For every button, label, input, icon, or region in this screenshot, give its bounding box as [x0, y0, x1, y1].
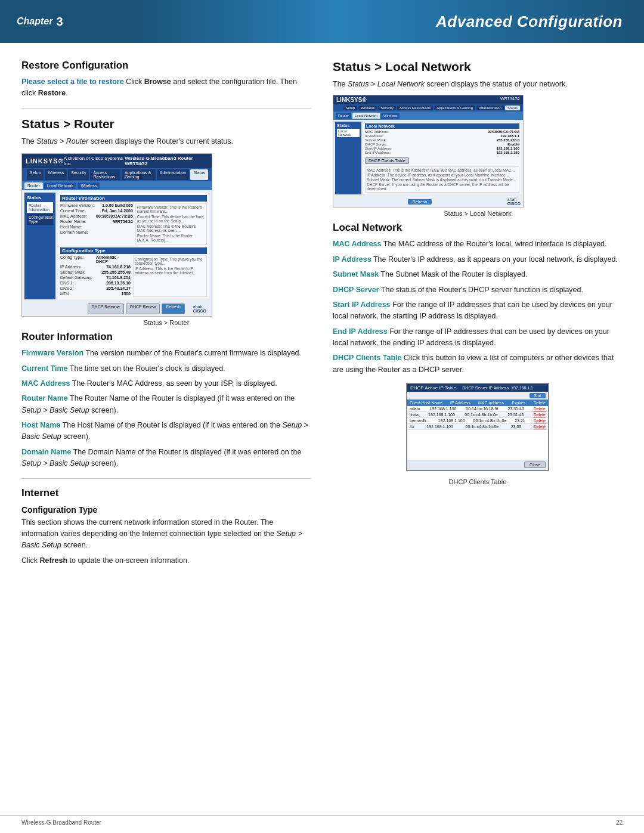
router-screenshot: LINKSYS® A Division of Cisco Systems, In…: [21, 153, 212, 317]
local-model: WRT54G2: [500, 97, 520, 103]
local-screenshot: LINKSYS® WRT54G2 Setup Wireless Security…: [333, 95, 524, 208]
screenshot-nav: Setup Wireless Security Access Restricti…: [22, 168, 212, 181]
subnet-mask-text: Subnet Mask The Subnet Mask of the Route…: [333, 269, 623, 280]
dhcp-title-bar: DHCP Active IP Table DHCP Server IP Addr…: [407, 384, 548, 392]
divider-2: [21, 478, 311, 479]
footer-left: Wireless-G Broadband Router: [21, 819, 101, 826]
restore-body: Please select a file to restore Click Br…: [21, 76, 311, 100]
local-ip-body: The Router's IP address, as it appears o…: [373, 255, 618, 264]
status-local-section: Status > Local Network The Status > Loca…: [333, 60, 623, 217]
restore-title: Restore Configuration: [21, 60, 311, 72]
local-screenshot-body: Status Local Network Local Network MAC A…: [333, 120, 523, 196]
mac-body: The Router's MAC Address, as seen by you…: [72, 379, 277, 388]
firmware-label: Firmware Version: [21, 349, 83, 357]
mac-label: MAC Address: [21, 379, 70, 388]
local-screenshot-tabs: Router Local Network Wireless: [333, 112, 523, 120]
status-local-body: The Status > Local Network screen displa…: [333, 79, 623, 90]
dhcp-clients-label: DHCP Clients Table: [333, 354, 402, 362]
router-info-section: Router Information Firmware Version The …: [21, 331, 311, 469]
nav-apps: Applications & Gaming: [122, 169, 156, 180]
screenshot-header: LINKSYS® A Division of Cisco Systems, In…: [22, 154, 212, 168]
page-content: Restore Configuration Please select a fi…: [0, 43, 644, 587]
end-ip-label: End IP Address: [333, 327, 388, 336]
dhcp-body: adam192.168.1.10000:14:bc:16:18:9f23:51:…: [407, 406, 548, 460]
local-network-section: Local Network MAC Address The MAC addres…: [333, 222, 623, 485]
current-time-text: Current Time The time set on the Router'…: [21, 363, 311, 374]
router-name-label: Router Name: [21, 394, 68, 402]
router-series: Wireless-G Broadband Router WRT54G2: [125, 156, 208, 166]
dhcp-renew-btn[interactable]: DHCP Renew: [126, 304, 160, 314]
left-column: Restore Configuration Please select a fi…: [21, 60, 311, 570]
nav-status: Status: [190, 169, 208, 180]
router-model: A Division of Cisco Systems, Inc.: [64, 156, 125, 166]
chapter-label: Chapter: [17, 16, 52, 27]
refresh-btn[interactable]: Refresh: [162, 304, 185, 314]
footer-right: 22: [616, 819, 623, 826]
local-screenshot-header: LINKSYS® WRT54G2: [333, 95, 523, 104]
dhcp-table-header: Client Host Name IP Address MAC Address …: [407, 400, 548, 406]
col-delete: Delete: [534, 401, 546, 405]
chapter-number: 3: [56, 15, 63, 29]
local-mac-label: MAC Address: [333, 240, 382, 248]
screenshot-tabs: Router Local Network Wireless: [22, 181, 212, 190]
nav-setup: Setup: [27, 169, 44, 180]
linksys-logo: LINKSYS®: [26, 157, 64, 165]
router-name-text: Router Name The Router Name of the Route…: [21, 393, 311, 416]
dhcp-caption: DHCP Clients Table: [333, 478, 623, 485]
screenshot-buttons: DHCP Release DHCP Renew Refresh ahahCISC…: [22, 302, 212, 316]
router-screenshot-caption: Status > Router: [21, 319, 311, 326]
col-expires: Expires: [512, 401, 525, 405]
dhcp-close-btn[interactable]: Close: [524, 462, 546, 468]
subnet-label: Subnet Mask: [333, 270, 379, 278]
local-screenshot-caption: Status > Local Network: [333, 210, 623, 217]
host-name-label: Host Name: [21, 421, 60, 429]
screenshot-body: Status Router Information Configuration …: [22, 190, 212, 302]
screenshot-main: Router Information Firmware Version:1.0.…: [58, 193, 209, 299]
local-ip-text: IP Address The Router's IP address, as i…: [333, 254, 623, 265]
firmware-version-text: Firmware Version The version number of t…: [21, 348, 311, 359]
current-time-label: Current Time: [21, 364, 68, 373]
local-network-title: Local Network: [333, 222, 623, 234]
divider-1: [21, 108, 311, 109]
status-router-section: Status > Router The Status > Router scre…: [21, 117, 311, 326]
tab-router: Router: [24, 182, 43, 189]
dhcp-clients-text: DHCP Clients Table Click this button to …: [333, 352, 623, 376]
table-row: linda192.168.1.10000:1c:c4:8b:1b:0e23:51…: [407, 412, 548, 418]
status-local-title: Status > Local Network: [333, 60, 623, 74]
config-type-body: This section shows the current network i…: [21, 517, 311, 552]
col-client-host: Client Host Name: [410, 401, 442, 405]
header-title-area: Advanced Configuration: [131, 0, 644, 43]
table-row: adam192.168.1.10000:14:bc:16:18:9f23:51:…: [407, 406, 548, 412]
mac-address-text: MAC Address The Router's MAC Address, as…: [21, 378, 311, 389]
local-refresh-btn[interactable]: Refresh: [408, 199, 432, 205]
dhcp-server-text: DHCP Server The status of the Router's D…: [333, 284, 623, 296]
local-screenshot-sidebar: Status Local Network: [335, 122, 361, 194]
host-name-text: Host Name The Host Name of the Router is…: [21, 420, 311, 443]
local-mac-text: MAC Address The MAC address of the Route…: [333, 239, 623, 250]
firmware-body: The version number of the Router's curre…: [85, 349, 301, 357]
sidebar-item-router-info: Router Information: [27, 202, 53, 213]
dhcp-server-label: DHCP Server: [333, 286, 379, 294]
nav-access: Access Restrictions: [90, 169, 120, 180]
nav-wireless: Wireless: [45, 169, 67, 180]
nav-admin: Administration: [157, 169, 189, 180]
col-ip: IP Address: [450, 401, 470, 405]
local-screenshot-nav: Setup Wireless Security Access Restricti…: [333, 104, 523, 112]
dhcp-sort-btn[interactable]: Sort: [530, 393, 546, 398]
restore-link[interactable]: Please select a file to restore: [21, 78, 124, 86]
dhcp-server-body: The status of the Router's DHCP server f…: [381, 286, 583, 294]
screenshot-sidebar: Status Router Information Configuration …: [24, 193, 55, 299]
dhcp-footer: Close: [407, 460, 548, 470]
nav-security: Security: [68, 169, 89, 180]
dhcp-release-btn[interactable]: DHCP Release: [88, 304, 124, 314]
status-router-title: Status > Router: [21, 117, 311, 131]
config-type-title: Configuration Type: [21, 505, 311, 515]
local-mac-body: The MAC address of the Router's local, w…: [383, 240, 607, 248]
start-ip-label: Start IP Address: [333, 301, 391, 309]
page-title: Advanced Configuration: [436, 13, 623, 31]
domain-name-text: Domain Name The Domain Name of the Route…: [21, 447, 311, 470]
end-ip-text: End IP Address For the range of IP addre…: [333, 326, 623, 349]
host-name-body: The Host Name of the Router is displayed…: [21, 421, 308, 441]
dhcp-screenshot: DHCP Active IP Table DHCP Server IP Addr…: [406, 383, 549, 471]
page-header: Chapter 3 Advanced Configuration: [0, 0, 644, 43]
